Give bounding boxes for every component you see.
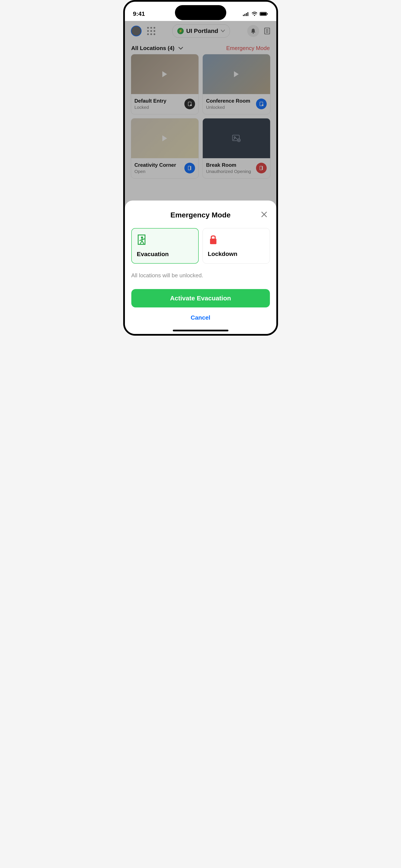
svg-point-4 (254, 15, 255, 16)
mode-label: Evacuation (137, 251, 193, 258)
clipboard-icon[interactable] (264, 27, 270, 35)
bolt-icon: ⚡ (177, 28, 184, 34)
location-name: Conference Room (206, 98, 250, 104)
mode-label: Lockdown (208, 251, 265, 257)
svg-point-8 (253, 33, 254, 34)
svg-rect-17 (188, 166, 190, 170)
location-card[interactable]: Creativity Corner Open (131, 118, 199, 179)
location-name: Default Entry (134, 98, 166, 104)
close-icon (261, 211, 267, 218)
chevron-down-icon (178, 47, 183, 50)
svg-point-16 (262, 104, 264, 106)
mode-options: Evacuation Lockdown (131, 228, 270, 264)
svg-rect-25 (262, 166, 263, 170)
notch (175, 5, 226, 20)
svg-rect-18 (190, 166, 191, 170)
location-thumbnail[interactable] (203, 119, 270, 158)
status-time: 9:41 (133, 10, 145, 17)
avatar[interactable] (131, 26, 142, 36)
cancel-button[interactable]: Cancel (131, 314, 270, 321)
svg-point-20 (234, 136, 235, 138)
cellular-icon (243, 12, 249, 16)
bell-icon (251, 28, 256, 34)
notifications-button[interactable] (247, 25, 259, 37)
location-name: Break Room (206, 162, 251, 168)
location-card[interactable]: Conference Room Unlocked (203, 54, 270, 114)
play-icon (162, 71, 167, 77)
location-state: Unauthorized Opening (206, 169, 251, 174)
location-cards: Default Entry Locked Conference Room Unl… (125, 54, 276, 179)
svg-point-14 (190, 104, 192, 106)
location-name: Creativity Corner (134, 162, 176, 168)
svg-rect-24 (260, 166, 262, 170)
mode-option-evacuation[interactable]: Evacuation (131, 228, 199, 264)
door-alert-button[interactable] (256, 163, 267, 174)
apps-grid-icon[interactable] (147, 27, 155, 35)
location-filter-label: All Locations (4) (131, 45, 175, 52)
location-state: Open (134, 169, 176, 174)
location-filter[interactable]: All Locations (4) (131, 45, 183, 52)
location-state: Locked (134, 105, 166, 110)
svg-rect-2 (246, 13, 247, 16)
image-add-icon (232, 135, 241, 142)
site-label: UI Portland (186, 28, 218, 34)
status-icons (243, 12, 268, 16)
emergency-mode-link[interactable]: Emergency Mode (226, 45, 270, 52)
mode-option-lockdown[interactable]: Lockdown (203, 228, 270, 264)
location-state: Unlocked (206, 105, 250, 110)
close-button[interactable] (261, 211, 267, 218)
battery-icon (259, 12, 268, 16)
wifi-icon (251, 12, 257, 16)
door-unlock-button[interactable] (256, 98, 267, 109)
play-icon (162, 135, 167, 141)
activate-button[interactable]: Activate Evacuation (131, 289, 270, 307)
lockdown-icon (208, 234, 265, 245)
emergency-mode-sheet: Emergency Mode Evacuation (125, 200, 276, 334)
evacuation-icon (137, 234, 193, 246)
location-card[interactable]: Default Entry Locked (131, 54, 199, 114)
svg-rect-30 (210, 239, 216, 244)
home-indicator[interactable] (173, 330, 228, 331)
svg-rect-7 (267, 13, 268, 14)
sheet-description: All locations will be unlocked. (131, 272, 270, 279)
svg-rect-0 (243, 15, 244, 16)
site-selector[interactable]: ⚡ UI Portland (173, 24, 230, 38)
door-open-button[interactable] (184, 163, 195, 174)
location-thumbnail[interactable] (203, 54, 270, 94)
location-thumbnail[interactable] (131, 119, 198, 158)
location-thumbnail[interactable] (131, 54, 198, 94)
play-icon (234, 71, 239, 77)
phone-frame: 9:41 ⚡ UI Portland (123, 0, 278, 336)
location-card[interactable]: Break Room Unauthorized Opening (203, 118, 270, 179)
chevron-down-icon (221, 30, 225, 32)
svg-rect-3 (247, 12, 248, 16)
filter-row: All Locations (4) Emergency Mode (125, 41, 276, 54)
top-bar: ⚡ UI Portland (125, 21, 276, 41)
svg-rect-6 (260, 12, 266, 15)
svg-rect-1 (244, 14, 245, 16)
sheet-title: Emergency Mode (171, 211, 231, 219)
door-lock-button[interactable] (184, 98, 195, 109)
